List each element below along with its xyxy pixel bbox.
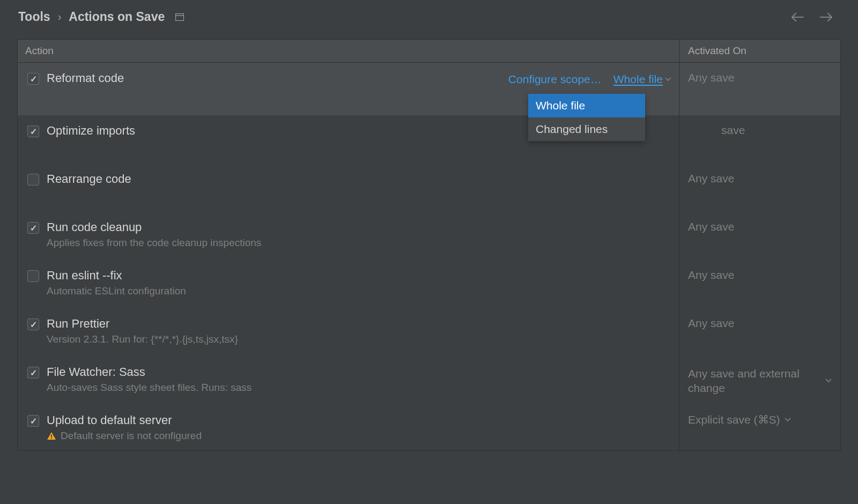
checkbox-upload-default-server[interactable] (27, 415, 39, 427)
column-header-action[interactable]: Action (18, 40, 679, 62)
action-label: File Watcher: Sass (47, 365, 671, 379)
actions-table: Action Activated On Reformat code Config… (17, 39, 841, 451)
table-row[interactable]: Upload to default server Default server … (18, 405, 840, 450)
activated-on-value: Any save (688, 317, 734, 330)
table-row[interactable]: Rearrange code Any save (18, 164, 840, 212)
checkbox-run-code-cleanup[interactable] (27, 222, 39, 234)
dropdown-option-whole-file[interactable]: Whole file (528, 94, 645, 117)
forward-button[interactable] (819, 12, 833, 23)
table-row[interactable]: Run code cleanup Applies fixes from the … (18, 212, 840, 260)
svg-rect-0 (176, 13, 184, 20)
table-row[interactable]: Reformat code Configure scope… Whole fil… (18, 63, 840, 115)
table-row[interactable]: Run eslint --fix Automatic ESLint config… (18, 260, 840, 308)
action-label: Rearrange code (47, 172, 671, 186)
action-description: Version 2.3.1. Run for: {**/*,*}.{js,ts,… (47, 333, 671, 345)
scope-dropdown[interactable]: Whole file (613, 73, 671, 86)
checkbox-file-watcher-sass[interactable] (27, 367, 39, 379)
configure-scope-link[interactable]: Configure scope… (508, 73, 602, 86)
nav-arrows (790, 12, 840, 23)
table-row[interactable]: Run Prettier Version 2.3.1. Run for: {**… (18, 308, 840, 357)
action-label: Run code cleanup (47, 220, 671, 234)
action-description: Default server is not configured (47, 430, 671, 442)
checkbox-optimize-imports[interactable] (27, 125, 39, 137)
column-header-activated[interactable]: Activated On (679, 40, 840, 62)
scope-dropdown-menu: Whole file Changed lines (528, 94, 645, 141)
breadcrumb: Tools › Actions on Save (18, 10, 184, 24)
action-label: Run Prettier (47, 317, 671, 331)
activated-on-value: save (688, 124, 745, 137)
chevron-down-icon (785, 418, 791, 422)
activated-on-dropdown[interactable]: Any save and external change (688, 366, 832, 396)
settings-header: Tools › Actions on Save (0, 0, 858, 34)
checkbox-run-eslint-fix[interactable] (27, 270, 39, 282)
table-row[interactable]: Optimize imports save (18, 115, 840, 164)
window-icon[interactable] (175, 13, 184, 21)
svg-rect-3 (51, 438, 52, 439)
warning-icon (47, 432, 56, 440)
activated-on-value: Any save (688, 220, 734, 233)
checkbox-reformat-code[interactable] (27, 73, 39, 85)
action-description: Applies fixes from the code cleanup insp… (47, 237, 671, 249)
table-row[interactable]: File Watcher: Sass Auto-saves Sass style… (18, 357, 840, 405)
chevron-down-icon (825, 379, 832, 383)
checkbox-run-prettier[interactable] (27, 318, 39, 330)
scope-dropdown-label: Whole file (613, 73, 663, 86)
chevron-right-icon: › (58, 11, 62, 23)
activated-on-value: Any save (688, 71, 734, 84)
activated-on-value: Any save (688, 269, 734, 281)
action-description: Auto-saves Sass style sheet files. Runs:… (47, 382, 671, 394)
table-header: Action Activated On (18, 40, 840, 63)
action-label: Upload to default server (47, 413, 671, 427)
dropdown-option-changed-lines[interactable]: Changed lines (528, 117, 645, 141)
back-button[interactable] (790, 12, 804, 23)
action-description: Automatic ESLint configuration (47, 285, 671, 297)
activated-on-dropdown[interactable]: Explicit save (⌘S) (688, 413, 791, 426)
action-label: Run eslint --fix (47, 269, 671, 283)
svg-rect-2 (51, 435, 52, 438)
action-label: Reformat code (47, 71, 508, 85)
chevron-down-icon (665, 77, 671, 81)
activated-on-value: Any save (688, 172, 734, 185)
checkbox-rearrange-code[interactable] (27, 174, 39, 186)
breadcrumb-current: Actions on Save (69, 10, 165, 24)
breadcrumb-parent[interactable]: Tools (18, 10, 50, 24)
